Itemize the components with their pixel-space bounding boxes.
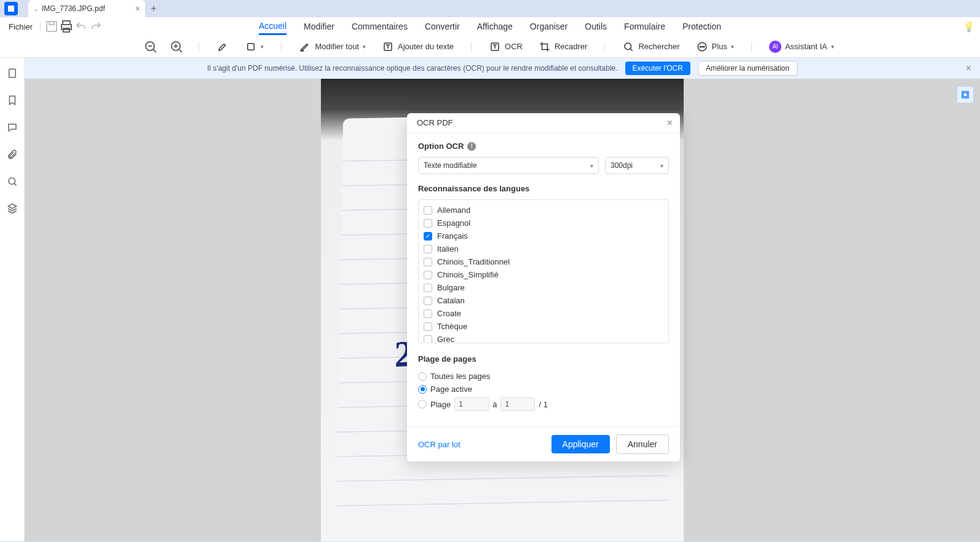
add-text-tool[interactable]: Ajouter du texte [379,39,456,54]
svg-line-6 [153,49,156,52]
checkbox[interactable] [424,219,432,228]
divider [471,42,472,52]
range-custom-radio[interactable]: Plage à / 1 [418,396,669,413]
language-list[interactable]: AllemandEspagnolFrançaisItalienChinois_T… [418,199,669,343]
range-all-radio[interactable]: Toutes les pages [418,370,669,383]
ocr-mode-value: Texte modifiable [424,161,477,170]
language-row[interactable]: Croate [424,307,663,320]
svg-rect-30 [963,93,968,97]
shape-tool[interactable]: ▾ [242,39,266,54]
ai-icon: AI [769,41,781,53]
nav-tab-accueil[interactable]: Accueil [259,18,286,35]
svg-rect-1 [49,22,54,25]
sidebar-right-toggle[interactable] [957,86,974,103]
language-row[interactable]: Bulgare [424,281,663,294]
language-row[interactable]: Espagnol [424,217,663,229]
language-name: Chinois_Simplifié [437,270,499,279]
cancel-button[interactable]: Annuler [616,434,669,454]
sidebar-thumbnails-icon[interactable] [6,66,19,80]
divider [751,42,752,52]
range-to-input[interactable] [500,397,535,411]
language-row[interactable]: Grec [424,333,663,343]
divider [40,22,41,31]
language-row[interactable]: Français [424,229,663,242]
language-row[interactable]: Chinois_Traditionnel [424,255,663,268]
svg-point-20 [625,43,631,50]
checkbox[interactable] [424,271,432,279]
range-from-input[interactable] [454,397,489,411]
sidebar-search-icon[interactable] [6,175,19,188]
nav-tab-organiser[interactable]: Organiser [530,19,567,34]
checkbox[interactable] [424,309,432,318]
checkbox[interactable] [424,322,432,331]
file-menu[interactable]: Fichier [5,21,36,33]
language-row[interactable]: Chinois_Simplifié [424,268,663,281]
banner-improve-scan-button[interactable]: Améliorer la numérisation [698,61,797,76]
divider [281,42,282,52]
highlighter-tool[interactable] [214,39,231,54]
dpi-select[interactable]: 300dpi ▾ [605,157,669,174]
ocr-banner: Il s'agit d'un PDF numérisé. Utilisez la… [25,58,980,79]
ocr-mode-select[interactable]: Texte modifiable ▾ [418,157,599,174]
checkbox[interactable] [424,232,432,241]
nav-tab-affichage[interactable]: Affichage [477,19,513,34]
svg-rect-26 [9,69,15,78]
radio-icon [418,400,427,408]
search-tool[interactable]: Rechercher [620,39,682,54]
page-range-label: Plage de pages [418,354,476,364]
language-row[interactable]: Tchèque [424,320,663,333]
language-name: Français [437,231,468,241]
apply-button[interactable]: Appliquer [551,435,610,453]
ai-assistant-tool[interactable]: AIAssistant IA▾ [767,39,837,54]
svg-rect-0 [47,22,57,31]
checkbox[interactable] [424,335,432,344]
tab-title: IMG_7736.JPG.pdf [42,4,105,13]
batch-ocr-link[interactable]: OCR par lot [418,440,460,449]
edit-all-tool[interactable]: Modifier tout▾ [296,39,368,54]
checkbox[interactable] [424,245,432,253]
ocr-label: OCR [505,42,523,51]
more-tool[interactable]: Plus▾ [694,39,737,54]
info-icon[interactable]: ! [467,142,476,151]
sidebar-attachments-icon[interactable] [6,148,19,161]
checkbox[interactable] [424,297,432,305]
nav-tab-outils[interactable]: Outils [585,19,607,34]
zoom-out-icon[interactable] [143,39,158,54]
new-tab-button[interactable]: + [145,0,162,17]
chevron-down-icon: ▾ [660,162,663,169]
range-all-text: Toutes les pages [430,372,491,381]
crop-tool[interactable]: Recadrer [536,39,590,54]
sidebar-bookmarks-icon[interactable] [6,94,19,107]
banner-run-ocr-button[interactable]: Exécuter l'OCR [625,62,690,75]
ocr-tool[interactable]: OCR [486,39,525,54]
crop-label: Recadrer [555,42,587,51]
sidebar-layers-icon[interactable] [6,202,19,215]
nav-tab-modifier[interactable]: Modifier [304,19,334,34]
document-tab[interactable]: ⌄ IMG_7736.JPG.pdf × [28,0,145,17]
range-total: / 1 [539,400,547,409]
range-custom-text: Plage [430,400,451,409]
dialog-close-icon[interactable]: × [667,118,673,129]
nav-tab-formulaire[interactable]: Formulaire [624,19,665,34]
banner-close-icon[interactable]: × [966,63,971,74]
svg-line-21 [630,49,633,51]
sidebar-comments-icon[interactable] [6,121,19,134]
ai-label: Assistant IA [785,42,828,51]
language-row[interactable]: Catalan [424,294,663,307]
nav-tab-commentaires[interactable]: Commentaires [352,19,408,34]
nav-tab-convertir[interactable]: Convertir [425,19,460,34]
checkbox[interactable] [424,284,432,292]
language-row[interactable]: Italien [424,242,663,255]
lightbulb-icon[interactable]: 💡 [963,21,975,33]
checkbox[interactable] [424,206,432,215]
range-active-radio[interactable]: Page active [418,383,669,396]
option-ocr-label: Option OCR [418,141,464,151]
tab-close-icon[interactable]: × [135,4,140,14]
checkbox[interactable] [424,258,432,266]
zoom-in-icon[interactable] [169,39,184,54]
language-row[interactable]: Allemand [424,204,663,217]
nav-tab-protection[interactable]: Protection [682,19,721,34]
language-name: Bulgare [437,283,465,292]
dpi-value: 300dpi [611,161,633,170]
print-icon[interactable] [59,19,74,34]
